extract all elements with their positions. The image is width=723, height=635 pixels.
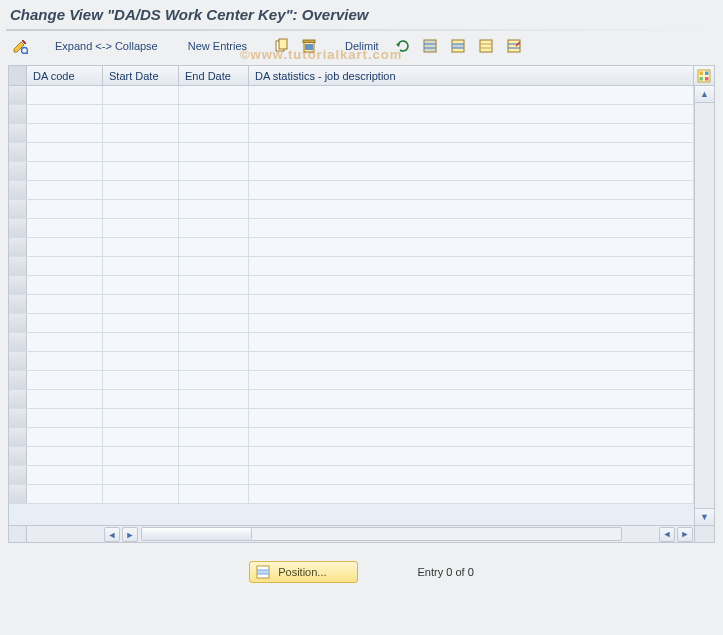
cell-da-statistics[interactable] bbox=[249, 238, 694, 256]
cell-start-date[interactable] bbox=[103, 371, 179, 389]
hscroll-thumb[interactable] bbox=[142, 528, 252, 540]
column-header-da-code[interactable]: DA code bbox=[27, 66, 103, 85]
cell-da-statistics[interactable] bbox=[249, 428, 694, 446]
cell-start-date[interactable] bbox=[103, 485, 179, 503]
cell-da-code[interactable] bbox=[27, 447, 103, 465]
cell-start-date[interactable] bbox=[103, 466, 179, 484]
cell-end-date[interactable] bbox=[179, 219, 249, 237]
column-header-end-date[interactable]: End Date bbox=[179, 66, 249, 85]
cell-da-code[interactable] bbox=[27, 105, 103, 123]
cell-da-code[interactable] bbox=[27, 86, 103, 104]
undo-change-button[interactable] bbox=[390, 36, 414, 56]
select-block-button[interactable] bbox=[446, 36, 470, 56]
cell-da-code[interactable] bbox=[27, 219, 103, 237]
column-header-start-date[interactable]: Start Date bbox=[103, 66, 179, 85]
cell-da-statistics[interactable] bbox=[249, 314, 694, 332]
cell-da-statistics[interactable] bbox=[249, 447, 694, 465]
cell-end-date[interactable] bbox=[179, 390, 249, 408]
cell-start-date[interactable] bbox=[103, 409, 179, 427]
select-all-button[interactable] bbox=[418, 36, 442, 56]
cell-end-date[interactable] bbox=[179, 485, 249, 503]
cell-da-statistics[interactable] bbox=[249, 181, 694, 199]
row-selector[interactable] bbox=[9, 447, 27, 465]
scroll-down-button[interactable]: ▼ bbox=[695, 508, 714, 525]
cell-end-date[interactable] bbox=[179, 295, 249, 313]
cell-da-code[interactable] bbox=[27, 257, 103, 275]
toggle-display-change-button[interactable] bbox=[8, 36, 32, 56]
cell-end-date[interactable] bbox=[179, 333, 249, 351]
cell-da-statistics[interactable] bbox=[249, 86, 694, 104]
row-selector[interactable] bbox=[9, 276, 27, 294]
cell-da-statistics[interactable] bbox=[249, 390, 694, 408]
cell-end-date[interactable] bbox=[179, 238, 249, 256]
cell-start-date[interactable] bbox=[103, 238, 179, 256]
column-header-da-statistics[interactable]: DA statistics - job description bbox=[249, 66, 694, 85]
cell-end-date[interactable] bbox=[179, 428, 249, 446]
cell-da-code[interactable] bbox=[27, 124, 103, 142]
position-button[interactable]: Position... bbox=[249, 561, 357, 583]
row-selector[interactable] bbox=[9, 352, 27, 370]
delete-button[interactable] bbox=[298, 36, 322, 56]
cell-da-code[interactable] bbox=[27, 295, 103, 313]
cell-da-code[interactable] bbox=[27, 162, 103, 180]
row-selector[interactable] bbox=[9, 238, 27, 256]
cell-end-date[interactable] bbox=[179, 257, 249, 275]
row-selector[interactable] bbox=[9, 200, 27, 218]
table-configure-button[interactable] bbox=[694, 66, 714, 85]
cell-da-code[interactable] bbox=[27, 143, 103, 161]
cell-da-code[interactable] bbox=[27, 428, 103, 446]
scroll-left-button-2[interactable]: ◄ bbox=[659, 527, 675, 542]
cell-start-date[interactable] bbox=[103, 447, 179, 465]
cell-da-statistics[interactable] bbox=[249, 143, 694, 161]
row-selector[interactable] bbox=[9, 409, 27, 427]
cell-end-date[interactable] bbox=[179, 200, 249, 218]
cell-end-date[interactable] bbox=[179, 371, 249, 389]
cell-start-date[interactable] bbox=[103, 219, 179, 237]
cell-da-statistics[interactable] bbox=[249, 333, 694, 351]
cell-start-date[interactable] bbox=[103, 162, 179, 180]
cell-da-code[interactable] bbox=[27, 371, 103, 389]
scroll-up-button[interactable]: ▲ bbox=[695, 86, 714, 103]
cell-da-code[interactable] bbox=[27, 409, 103, 427]
cell-start-date[interactable] bbox=[103, 181, 179, 199]
cell-da-statistics[interactable] bbox=[249, 162, 694, 180]
cell-da-statistics[interactable] bbox=[249, 295, 694, 313]
row-selector[interactable] bbox=[9, 485, 27, 503]
row-selector[interactable] bbox=[9, 181, 27, 199]
cell-da-statistics[interactable] bbox=[249, 485, 694, 503]
cell-end-date[interactable] bbox=[179, 447, 249, 465]
row-selector[interactable] bbox=[9, 428, 27, 446]
cell-da-statistics[interactable] bbox=[249, 276, 694, 294]
cell-da-statistics[interactable] bbox=[249, 257, 694, 275]
cell-start-date[interactable] bbox=[103, 390, 179, 408]
cell-start-date[interactable] bbox=[103, 143, 179, 161]
cell-start-date[interactable] bbox=[103, 86, 179, 104]
row-selector[interactable] bbox=[9, 314, 27, 332]
scroll-right-button-2[interactable]: ► bbox=[677, 527, 693, 542]
cell-end-date[interactable] bbox=[179, 409, 249, 427]
row-selector[interactable] bbox=[9, 219, 27, 237]
row-selector[interactable] bbox=[9, 295, 27, 313]
delimit-button[interactable]: Delimit bbox=[338, 36, 386, 56]
scroll-left-button[interactable]: ◄ bbox=[104, 527, 120, 542]
new-entries-button[interactable]: New Entries bbox=[181, 36, 254, 56]
cell-start-date[interactable] bbox=[103, 333, 179, 351]
cell-end-date[interactable] bbox=[179, 86, 249, 104]
row-selector[interactable] bbox=[9, 466, 27, 484]
cell-da-statistics[interactable] bbox=[249, 371, 694, 389]
cell-start-date[interactable] bbox=[103, 105, 179, 123]
cell-da-code[interactable] bbox=[27, 238, 103, 256]
cell-end-date[interactable] bbox=[179, 314, 249, 332]
cell-da-statistics[interactable] bbox=[249, 105, 694, 123]
cell-start-date[interactable] bbox=[103, 314, 179, 332]
hscroll-track[interactable] bbox=[141, 527, 622, 541]
cell-da-code[interactable] bbox=[27, 276, 103, 294]
row-selector[interactable] bbox=[9, 257, 27, 275]
cell-da-code[interactable] bbox=[27, 314, 103, 332]
cell-end-date[interactable] bbox=[179, 352, 249, 370]
cell-da-code[interactable] bbox=[27, 390, 103, 408]
cell-start-date[interactable] bbox=[103, 276, 179, 294]
cell-end-date[interactable] bbox=[179, 143, 249, 161]
row-selector[interactable] bbox=[9, 124, 27, 142]
cell-end-date[interactable] bbox=[179, 181, 249, 199]
